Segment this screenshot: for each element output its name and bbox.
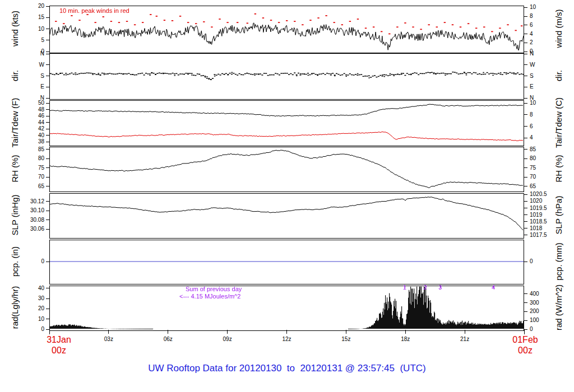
dir-left-tick bbox=[46, 76, 49, 76]
slp-right-tick bbox=[524, 235, 527, 235]
temperature-right-tick bbox=[524, 126, 527, 127]
rad-right-tick-label: 0 bbox=[530, 326, 555, 333]
dir-left-tick bbox=[46, 64, 49, 65]
wind-left-tick bbox=[46, 40, 49, 40]
rad-right-tick bbox=[524, 293, 527, 294]
dir-right-tick-label: N bbox=[530, 50, 555, 57]
direction-right-axis-title: dir. bbox=[554, 70, 563, 81]
wind-right-tick bbox=[524, 34, 527, 34]
temperature-right-tick-label: 8 bbox=[530, 111, 555, 118]
slp-right-tick-label: 1018.5 bbox=[530, 218, 555, 225]
start-date-label: 31Jan bbox=[39, 334, 78, 345]
humidity-right-axis-title: RH (%) bbox=[554, 155, 563, 182]
dir-right-tick-label: S bbox=[530, 73, 555, 80]
rad-left-tick bbox=[46, 288, 49, 288]
temperature-left-axis-title: Tair/Tdew (F) bbox=[10, 98, 20, 147]
dir-left-tick bbox=[46, 87, 49, 87]
temperature-left-tick-label: 42 bbox=[19, 125, 44, 132]
slp-left-tick bbox=[46, 201, 49, 202]
wind-left-tick-label: 15 bbox=[19, 14, 44, 21]
rh-left-tick-label: 85 bbox=[19, 146, 44, 153]
rh-right-tick-label: 85 bbox=[530, 146, 555, 153]
rad-sum-annotation-line1: Sum of previous day bbox=[186, 286, 242, 292]
temperature-right-tick bbox=[524, 138, 527, 138]
x-axis-tick bbox=[108, 330, 109, 334]
panel-temperature bbox=[49, 100, 524, 146]
temperature-left-tick bbox=[46, 103, 49, 104]
pressure-plot-canvas bbox=[50, 194, 524, 237]
rad-left-tick-label: 30 bbox=[19, 295, 44, 302]
rad-right-tick-label: 300 bbox=[530, 300, 555, 306]
slp-left-tick-label: 30.06 bbox=[19, 226, 44, 232]
pcp-left-tick-label: 0 bbox=[19, 258, 44, 265]
rad-sum-annotation-line2: <--- 4.15 MJoules/m^2 bbox=[179, 293, 240, 300]
x-axis-tick bbox=[405, 330, 406, 334]
x-axis-tick bbox=[286, 330, 287, 334]
rh-right-tick-label: 70 bbox=[530, 174, 555, 180]
wind-right-tick bbox=[524, 52, 527, 52]
rh-right-tick-label: 65 bbox=[530, 183, 555, 190]
x-axis-tick bbox=[168, 330, 168, 334]
slp-left-tick bbox=[46, 229, 49, 230]
rad-left-tick-label: 0 bbox=[19, 326, 44, 333]
radiation-plot-canvas bbox=[50, 286, 524, 329]
pcp-right-tick-label: 0 bbox=[530, 258, 555, 265]
x-axis-tick-label: 18z bbox=[394, 336, 416, 342]
dir-left-tick-label: N bbox=[19, 50, 44, 57]
slp-right-tick-label: 1017.5 bbox=[530, 232, 555, 239]
panel-humidity bbox=[49, 147, 524, 192]
rh-left-tick-label: 70 bbox=[19, 174, 44, 180]
rh-left-tick-label: 65 bbox=[19, 183, 44, 190]
rad-left-tick-label: 40 bbox=[19, 285, 44, 292]
wind-right-tick-label: 6 bbox=[530, 22, 555, 29]
temperature-left-tick bbox=[46, 122, 49, 123]
wind-left-tick bbox=[46, 17, 49, 18]
humidity-left-axis-title: RH (%) bbox=[10, 155, 20, 182]
panel-pressure bbox=[49, 193, 524, 239]
radiation-left-axis-title: rad(Lgly/hr) bbox=[10, 286, 20, 329]
dir-right-tick-label: W bbox=[530, 62, 555, 68]
pcp-right-tick bbox=[524, 262, 527, 262]
temperature-left-tick-label: 40 bbox=[19, 132, 44, 139]
slp-right-tick bbox=[524, 208, 527, 208]
rad-right-tick bbox=[524, 320, 527, 321]
rh-right-tick bbox=[524, 149, 527, 150]
pressure-left-axis-title: SLP (inHg) bbox=[10, 194, 20, 235]
temperature-right-tick-label: 6 bbox=[530, 123, 555, 130]
slp-right-tick bbox=[524, 201, 527, 202]
rh-right-tick bbox=[524, 167, 527, 168]
temperature-left-tick bbox=[46, 135, 49, 136]
slp-left-tick bbox=[46, 211, 49, 211]
rh-left-tick-label: 75 bbox=[19, 165, 44, 171]
precip-plot-canvas bbox=[50, 240, 524, 283]
wind-right-tick-label: 4 bbox=[530, 31, 555, 38]
temperature-left-tick bbox=[46, 129, 49, 129]
rad-left-tick-label: 20 bbox=[19, 305, 44, 312]
dir-left-tick-label: W bbox=[19, 62, 44, 68]
temperature-right-axis-title: Tair/Tdew (C) bbox=[554, 97, 563, 148]
x-axis-end-label: 01Feb 00z bbox=[506, 334, 545, 356]
rad-marker-tick-3 bbox=[440, 286, 441, 288]
peak-wind-annotation: 10 min. peak winds in red bbox=[59, 7, 129, 14]
figure-title: UW Rooftop Data for 20120130 to 20120131… bbox=[0, 363, 574, 374]
slp-right-tick-label: 1018 bbox=[530, 225, 555, 232]
temperature-left-tick bbox=[46, 109, 49, 110]
rh-left-tick-label: 80 bbox=[19, 155, 44, 162]
wind-right-tick bbox=[524, 43, 527, 43]
wind-left-tick bbox=[46, 52, 49, 52]
pressure-right-axis-title: SLP (hPa) bbox=[554, 196, 563, 235]
wind-left-tick-label: 5 bbox=[19, 37, 44, 44]
dir-left-tick-label: E bbox=[19, 83, 44, 90]
slp-right-tick-label: 1020.5 bbox=[530, 191, 555, 198]
dir-right-tick bbox=[524, 98, 527, 99]
temperature-right-tick bbox=[524, 114, 527, 115]
start-hour-label: 00z bbox=[39, 345, 78, 356]
dir-right-tick-label: E bbox=[530, 83, 555, 90]
panel-precip bbox=[49, 240, 524, 284]
direction-left-axis-title: dir. bbox=[10, 70, 20, 81]
wind-right-tick bbox=[524, 25, 527, 25]
x-axis-tick-label: 15z bbox=[335, 336, 357, 342]
x-axis-tick-label: 12z bbox=[276, 336, 298, 342]
temperature-right-tick bbox=[524, 103, 527, 104]
temperature-left-tick-label: 38 bbox=[19, 138, 44, 145]
